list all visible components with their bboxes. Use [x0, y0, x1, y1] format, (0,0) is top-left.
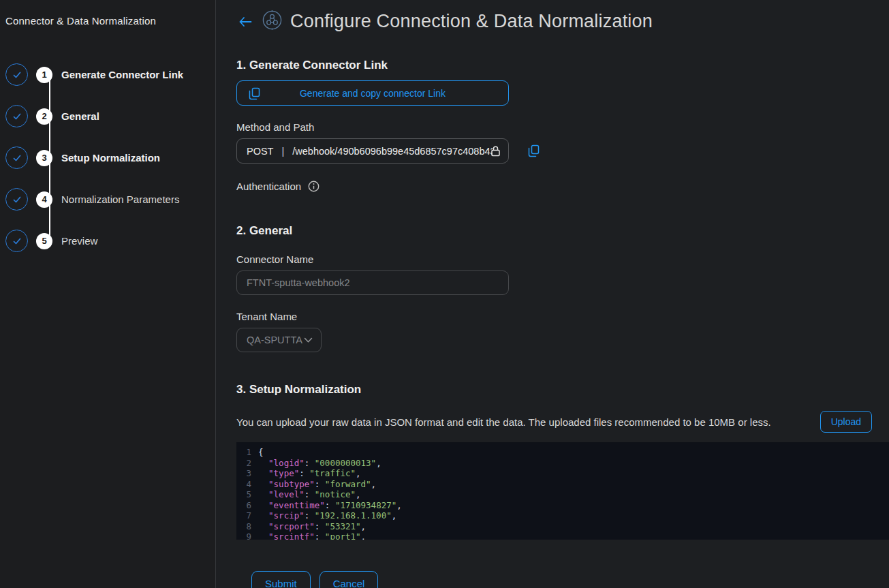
- authentication-row: Authentication: [236, 181, 889, 192]
- info-icon: [308, 181, 319, 192]
- tenant-name-label: Tenant Name: [236, 311, 889, 322]
- method-path-row: POST | /webhook/490b6096b99e45d6857c97c4…: [236, 138, 889, 164]
- section-2-heading: 2. General: [236, 224, 889, 238]
- step-preview[interactable]: 5 Preview: [5, 220, 208, 262]
- step-label: Setup Normalization: [61, 152, 160, 164]
- code-line: 7 "srcip": "192.168.1.100",: [236, 510, 889, 521]
- connector-icon: [262, 10, 283, 33]
- line-number: 3: [236, 468, 258, 479]
- generate-copy-link-button[interactable]: Generate and copy connector Link: [236, 80, 509, 106]
- submit-button[interactable]: Submit: [251, 571, 311, 588]
- upload-row: You can upload your raw data in JSON for…: [236, 411, 889, 433]
- json-code-editor[interactable]: 1{2 "logid": "0000000013",3 "type": "tra…: [236, 442, 889, 540]
- code-line: 8 "srcport": "53321",: [236, 521, 889, 532]
- line-number: 4: [236, 479, 258, 490]
- step-number: 2: [36, 108, 52, 125]
- code-line: 4 "subtype": "forward",: [236, 479, 889, 490]
- step-number: 3: [36, 150, 52, 166]
- webhook-path: /webhook/490b6096b99e45d6857c97c408b431: [292, 146, 493, 157]
- cancel-button[interactable]: Cancel: [319, 571, 379, 588]
- connector-name-input[interactable]: [236, 270, 509, 295]
- upload-description: You can upload your raw data in JSON for…: [236, 416, 771, 428]
- lock-icon: [490, 145, 501, 157]
- section-3-heading: 3. Setup Normalization: [236, 383, 889, 397]
- line-number: 9: [236, 531, 258, 540]
- step-number: 1: [36, 67, 52, 83]
- chevron-down-icon: [304, 337, 313, 343]
- line-number: 5: [236, 489, 258, 500]
- stepper: 1 Generate Connector Link 2 General 3 Se…: [5, 54, 208, 262]
- step-setup-normalization[interactable]: 3 Setup Normalization: [5, 137, 208, 179]
- line-number: 7: [236, 510, 258, 521]
- generate-copy-link-label: Generate and copy connector Link: [300, 88, 446, 99]
- line-number: 2: [236, 458, 258, 469]
- copy-path-button[interactable]: [527, 143, 541, 159]
- step-label: Preview: [61, 235, 97, 247]
- method-path-field: POST | /webhook/490b6096b99e45d6857c97c4…: [236, 138, 509, 164]
- line-number: 8: [236, 521, 258, 532]
- section-1-heading: 1. Generate Connector Link: [236, 59, 889, 72]
- http-method: POST: [247, 146, 273, 157]
- code-line: 9 "srcintf": "port1",: [236, 531, 889, 540]
- page-title: Configure Connection & Data Normalizatio…: [290, 11, 653, 32]
- step-label: Generate Connector Link: [61, 69, 183, 80]
- upload-button[interactable]: Upload: [820, 411, 872, 433]
- code-line: 1{: [236, 447, 889, 458]
- step-number: 4: [36, 191, 52, 208]
- code-line: 2 "logid": "0000000013",: [236, 458, 889, 469]
- code-line: 6 "eventtime": "1710934827",: [236, 500, 889, 511]
- step-number: 5: [36, 233, 52, 249]
- copy-icon: [528, 144, 540, 157]
- check-circle-icon: [5, 105, 28, 127]
- step-general[interactable]: 2 General: [5, 95, 208, 137]
- code-line: 5 "level": "notice",: [236, 489, 889, 500]
- connector-name-label: Connector Name: [236, 253, 889, 265]
- wizard-sidebar: Connector & Data Normalization 1 Generat…: [0, 0, 216, 588]
- line-number: 6: [236, 500, 258, 511]
- back-arrow-icon: [238, 16, 253, 28]
- tenant-name-value: QA-SPUTTA: [247, 335, 302, 345]
- check-circle-icon: [5, 63, 28, 86]
- check-circle-icon: [5, 146, 28, 169]
- sidebar-title: Connector & Data Normalization: [5, 15, 208, 27]
- tenant-name-select[interactable]: QA-SPUTTA: [236, 328, 322, 352]
- step-normalization-parameters[interactable]: 4 Normalization Parameters: [5, 179, 208, 220]
- main-content: Configure Connection & Data Normalizatio…: [216, 0, 889, 588]
- page-header: Configure Connection & Data Normalizatio…: [236, 10, 889, 33]
- authentication-info-button[interactable]: [308, 181, 319, 192]
- step-label: General: [61, 110, 99, 122]
- authentication-label: Authentication: [236, 181, 301, 192]
- line-number: 1: [236, 447, 258, 458]
- method-path-label: Method and Path: [236, 121, 889, 133]
- step-generate-connector-link[interactable]: 1 Generate Connector Link: [5, 54, 208, 95]
- code-line: 3 "type": "traffic",: [236, 468, 889, 479]
- step-label: Normalization Parameters: [61, 194, 179, 205]
- footer-actions: Submit Cancel: [236, 571, 889, 588]
- check-circle-icon: [5, 230, 28, 252]
- back-button[interactable]: [236, 14, 254, 29]
- check-circle-icon: [5, 188, 28, 211]
- method-path-separator: |: [281, 146, 284, 157]
- copy-icon: [249, 87, 260, 102]
